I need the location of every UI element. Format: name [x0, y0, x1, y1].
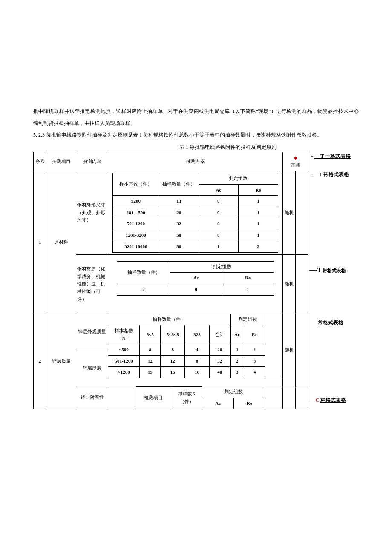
hdr-sample: ◆ 抽测 — [283, 152, 308, 171]
hdr-qty: 抽样数量（件） — [159, 173, 199, 195]
cell: 3 — [244, 355, 265, 367]
blank — [108, 386, 136, 409]
cell: 8 — [161, 344, 185, 355]
cell: 2 — [230, 355, 244, 367]
cell: 15 — [161, 367, 185, 378]
cell: 3201-10000 — [113, 241, 159, 253]
blank — [283, 386, 296, 409]
hdr-ac: Ac — [170, 273, 222, 284]
hdr-qty: 抽样数量（件） — [108, 314, 230, 325]
blank — [296, 314, 308, 386]
hdr-n: 样本基数（N） — [108, 325, 140, 344]
hdr-ac: Ac — [230, 325, 244, 344]
cell: 2 — [117, 284, 170, 295]
sampling-table: 序号 抽测项目 抽测内容 抽测方案 ◆ 抽测 1 原材料 钢材外形尺寸（外观、外… — [33, 152, 308, 410]
annotation-text: 常格式表格 — [318, 320, 343, 325]
cell: 40 — [209, 367, 230, 378]
content-2a: 锌层外观质量 — [76, 314, 108, 350]
cell: 501-1200 — [113, 218, 159, 230]
hdr-d58: 5≤δ<8 — [161, 325, 185, 344]
table-caption: 表 1 每批输电线路铁附件的抽样及判定原则 — [97, 144, 359, 151]
blank — [265, 314, 282, 378]
hdr-judge: 判定组数 — [202, 386, 265, 398]
cell: 1 — [238, 196, 278, 207]
content-1b: 钢材材质（化学成分、机械性能）注：机械性能（可选） — [76, 255, 108, 314]
table-row: 1 原材料 钢材外形尺寸（外观、外形尺寸） 样本基数（件） 抽样数量（件） 判定… — [34, 171, 308, 254]
cell: 15 — [140, 367, 161, 378]
annotation-3: —-T 带格式表格 — [309, 267, 346, 274]
cell: 1 — [238, 218, 278, 230]
hdr-ac: Ac — [202, 398, 234, 409]
cell: 1201-3200 — [113, 230, 159, 241]
line-icon: ┌ — [309, 153, 313, 159]
cell: 50 — [159, 230, 199, 241]
cell: 1 — [230, 344, 244, 355]
inner-table-1a: 样本基数（件） 抽样数量（件） 判定组数 Ac Re ≤2801301 281—… — [112, 173, 278, 253]
seq-1: 1 — [34, 171, 46, 314]
content-2b: 锌层厚度 — [76, 350, 108, 386]
rand-2: 随机 — [283, 314, 296, 386]
cell: 1 — [199, 241, 238, 253]
hdr-re: Re — [233, 398, 265, 409]
cell: 20 — [159, 207, 199, 218]
annotation-text: 带格式表格 — [323, 268, 346, 273]
cell: 20 — [209, 344, 230, 355]
seq-2: 2 — [34, 314, 46, 409]
paragraph-1: 批中随机取样并送至指定检测地点，送样时应附上抽样单。对于在供应商或供电局仓库（以… — [33, 106, 359, 129]
inner-table-2: 抽样数量（件） 判定组数 样本基数（N） δ<5 5≤δ<8 328 合计 Ac… — [108, 314, 282, 386]
cell: 0 — [199, 196, 238, 207]
hdr-re: Re — [222, 273, 274, 284]
hdr-base: 样本基数（件） — [113, 173, 159, 195]
annotation-4: 常格式表格 — [318, 319, 343, 326]
hdr-plan: 抽测方案 — [108, 152, 283, 171]
blank — [296, 171, 308, 254]
blank — [117, 295, 274, 308]
table-row: 2 锌层质量 锌层外观质量 抽样数量（件） 判定组数 样本基数（N） δ<5 — [34, 314, 308, 350]
cell: 281—500 — [113, 207, 159, 218]
table-row: 序号 抽测项目 抽测内容 抽测方案 ◆ 抽测 — [34, 152, 308, 171]
annotation-1: ┌ — T 一格式表格 — [309, 153, 351, 160]
hdr-seq: 序号 — [34, 152, 46, 171]
line-icon: — C — [309, 397, 320, 403]
cell: 0 — [199, 218, 238, 230]
hdr-total: 合计 — [209, 325, 230, 344]
cell: 8 — [140, 344, 161, 355]
proj-1: 原材料 — [46, 171, 76, 314]
cell: 32 — [159, 218, 199, 230]
hdr-sample-text: 抽测 — [291, 162, 300, 167]
paragraph-2: 5. 2.3 每批输电线路铁附件抽样及判定原则见表 1 每种规格铁附件总数小于等… — [33, 129, 359, 141]
cell: 4 — [244, 367, 265, 378]
cell: 32 — [209, 355, 230, 367]
cell: 0 — [170, 284, 222, 295]
hdr-testitem: 检测项目 — [136, 386, 171, 409]
cell: 0 — [199, 230, 238, 241]
blank — [108, 378, 282, 386]
hdr-re: Re — [238, 184, 278, 196]
annotation-2: — T 带格式表格 — [312, 171, 349, 178]
cell: 10 — [185, 367, 209, 378]
cell: 3 — [230, 367, 244, 378]
cell: 80 — [159, 241, 199, 253]
cell: ≤280 — [113, 196, 159, 207]
content-1a: 钢材外形尺寸（外观、外形尺寸） — [76, 171, 108, 254]
cell: 12 — [140, 355, 161, 367]
line-icon: —-T — [309, 267, 323, 273]
cell: 12 — [161, 355, 185, 367]
inner-table-2c: 检测项目 抽样数S（件） 判定组数 Ac Re — [108, 386, 282, 409]
diamond-icon: ◆ — [294, 155, 297, 160]
cell: 8 — [185, 355, 209, 367]
hdr-judge: 判定组数 — [199, 173, 278, 184]
hdr-328: 328 — [185, 325, 209, 344]
hdr-judge: 判定组数 — [170, 261, 274, 273]
hdr-d5: δ<5 — [140, 325, 161, 344]
hdr-ac: Ac — [199, 184, 238, 196]
cell: 4 — [185, 344, 209, 355]
rand-1a: 随机 — [283, 171, 296, 254]
proj-2: 锌层质量 — [46, 314, 76, 409]
cell: 2 — [238, 241, 278, 253]
annotation-text: 栏格式表格 — [320, 397, 346, 403]
hdr-qty: 抽样数量（件） — [117, 261, 170, 284]
hdr-judge: 判定组数 — [230, 314, 265, 325]
cell: 501-1200 — [108, 355, 140, 367]
cell: >1200 — [108, 367, 140, 378]
